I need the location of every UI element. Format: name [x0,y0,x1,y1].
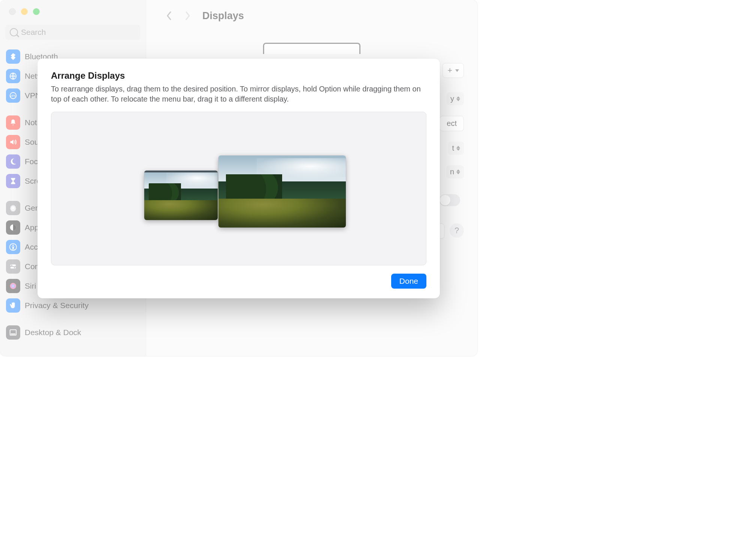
done-button[interactable]: Done [391,274,426,289]
arrange-canvas[interactable] [51,112,426,265]
dialog-title: Arrange Displays [51,70,426,81]
arrange-displays-dialog: Arrange Displays To rearrange displays, … [37,58,440,298]
system-settings-window: BluetoothNetworkVPNVPNNotificationsSound… [0,0,477,356]
dialog-description: To rearrange displays, drag them to the … [51,84,426,104]
display-thumb-2[interactable] [218,156,346,228]
menu-bar-indicator[interactable] [144,171,218,172]
display-thumb-1[interactable] [144,171,218,220]
modal-overlay: Arrange Displays To rearrange displays, … [0,0,477,356]
